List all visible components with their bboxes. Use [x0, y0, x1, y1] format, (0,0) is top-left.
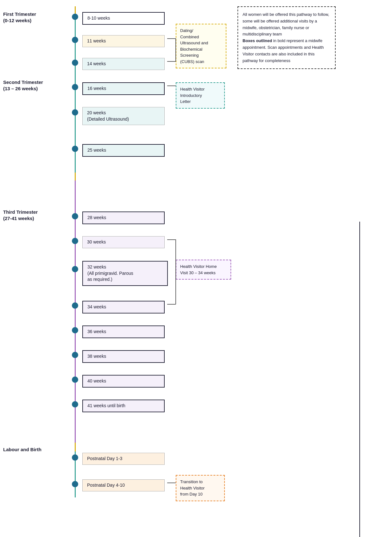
callout-hv-home: Health Visitor HomeVisit 30 – 34 weeks: [176, 260, 231, 280]
dot-28: [72, 213, 78, 219]
box-38: 38 weeks: [82, 350, 165, 363]
connector-30-hvhome: [167, 239, 176, 240]
box-40: 40 weeks: [82, 375, 165, 388]
box-30: 30 weeks: [82, 236, 165, 248]
note-box: All women will be offered this pathway t…: [237, 6, 336, 69]
box-36: 36 weeks: [82, 325, 165, 338]
connector-14-cubs: [167, 61, 176, 62]
conn-mid: [175, 49, 176, 50]
box-28: 28 weeks: [82, 212, 165, 224]
trimester-third: Third Trimester(27-41 weeks): [3, 209, 63, 221]
trimester-second: Second Trimester(13 – 26 weeks): [3, 79, 63, 92]
callout-transition: Transition toHealth Visitorfrom Day 10: [176, 475, 225, 501]
connector-11-cubs: [167, 38, 176, 39]
box-postnatal-4-10: Postnatal Day 4-10: [82, 479, 165, 491]
main-layout: First Trimester(0-12 weeks) Second Trime…: [3, 6, 383, 537]
dot-8-10: [72, 14, 78, 20]
dot-36: [72, 327, 78, 333]
trimester-labour: Labour and Birth: [3, 446, 63, 453]
box-34: 34 weeks: [82, 301, 165, 313]
callout-cubs: Dating/CombinedUltrasound andBiochemical…: [176, 24, 226, 68]
dot-32: [72, 266, 78, 272]
dot-postnatal-1-3: [72, 454, 78, 461]
box-14: 14 weeks: [82, 58, 165, 70]
box-20: 20 weeks(Detailed Ultrasound): [82, 107, 165, 125]
box-8-10: 8-10 weeks: [82, 12, 165, 25]
note-text-2: Boxes outlined in bold represent a midwi…: [243, 38, 331, 64]
trimester-first: First Trimester(0-12 weeks): [3, 11, 63, 23]
connector-hvhome-v: [175, 239, 176, 304]
note-bold: Boxes outlined: [243, 38, 272, 43]
connector-16-hvletter: [167, 85, 176, 86]
vline-yellow-mid: [75, 173, 76, 180]
dot-38: [72, 352, 78, 358]
dot-40: [72, 376, 78, 383]
dot-30: [72, 238, 78, 244]
connector-postnatal-transition: [167, 483, 176, 483]
arrow-line: [359, 222, 360, 537]
dot-34: [72, 302, 78, 309]
dot-14: [72, 60, 78, 66]
note-text-1: All women will be offered this pathway t…: [243, 11, 331, 38]
connector-34-hvhome: [167, 304, 176, 305]
connector-cubs-v: [175, 38, 176, 61]
vline-yellow-labour: [75, 443, 76, 452]
callout-hv-letter: Health VisitorIntroductoryLetter: [176, 82, 225, 109]
box-25: 25 weeks: [82, 144, 165, 157]
dot-20: [72, 109, 78, 116]
box-32: 32 weeks(All primigravid. Parousas requi…: [82, 261, 168, 286]
dot-41: [72, 401, 78, 407]
box-11: 11 weeks: [82, 35, 165, 47]
dot-postnatal-4-10: [72, 481, 78, 487]
dot-11: [72, 37, 78, 43]
dot-16: [72, 84, 78, 90]
dot-25: [72, 146, 78, 152]
box-16: 16 weeks: [82, 82, 165, 95]
box-postnatal-1-3: Postnatal Day 1-3: [82, 453, 165, 465]
box-41: 41 weeks until birth: [82, 400, 165, 412]
